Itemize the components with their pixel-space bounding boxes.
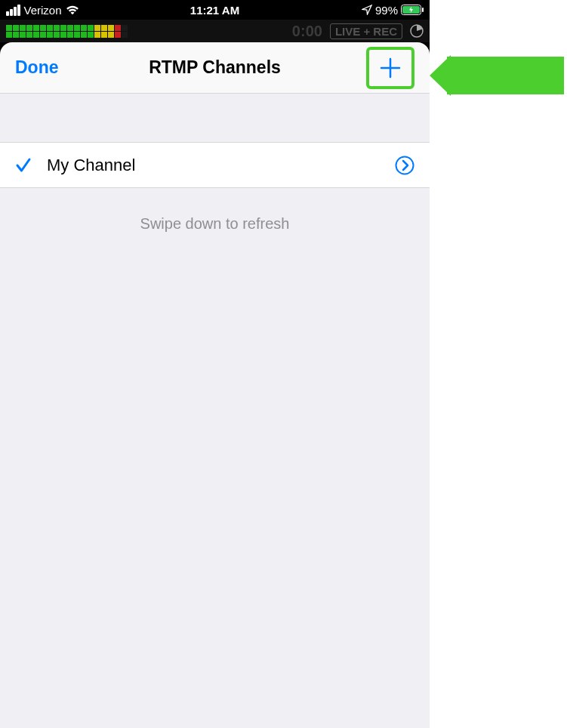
status-time: 11:21 AM	[190, 4, 239, 17]
status-bar: Verizon 11:21 AM 99%	[0, 0, 430, 20]
battery-charging-icon	[401, 5, 424, 15]
carrier-label: Verizon	[24, 4, 62, 17]
svg-rect-2	[422, 8, 424, 12]
chevron-right-circle-icon	[395, 156, 414, 175]
location-icon	[362, 5, 372, 15]
content-area[interactable]: My Channel Swipe down to refresh	[0, 94, 430, 728]
level-meter	[6, 25, 128, 38]
live-rec-badge: LIVE + REC	[330, 23, 402, 39]
checkmark-icon	[15, 157, 32, 174]
plus-icon	[380, 57, 401, 79]
channel-row[interactable]: My Channel	[0, 143, 430, 188]
channel-detail-button[interactable]	[395, 156, 414, 175]
battery-percent: 99%	[375, 4, 398, 17]
storage-pie-icon	[410, 24, 424, 38]
rec-timer: 0:00	[292, 23, 322, 40]
phone-frame: Verizon 11:21 AM 99% 0:00 LIVE + REC	[0, 0, 430, 728]
signal-bars-icon	[6, 5, 20, 16]
list-header-spacer	[0, 94, 430, 143]
done-button[interactable]: Done	[15, 57, 59, 78]
add-channel-button[interactable]	[380, 57, 401, 79]
refresh-hint: Swipe down to refresh	[0, 188, 430, 233]
status-left: Verizon	[6, 4, 79, 17]
recording-bar: 0:00 LIVE + REC	[0, 20, 430, 42]
callout-arrow	[447, 57, 564, 94]
page-title: RTMP Channels	[149, 57, 281, 78]
svg-point-6	[396, 156, 414, 174]
status-right: 99%	[362, 4, 424, 17]
channel-name-label: My Channel	[47, 156, 395, 175]
nav-bar: Done RTMP Channels	[0, 42, 430, 94]
wifi-icon	[66, 5, 79, 15]
add-button-highlight	[366, 47, 414, 89]
